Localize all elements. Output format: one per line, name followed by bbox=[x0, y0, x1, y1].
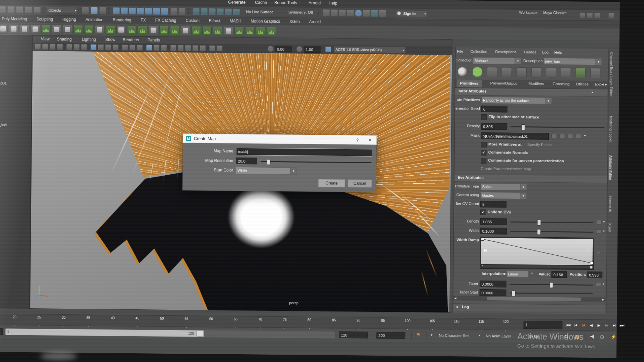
workspace-panel-icon[interactable] bbox=[594, 12, 600, 18]
map-resolution-input[interactable]: 20.0 bbox=[236, 158, 257, 165]
xray-icon[interactable] bbox=[216, 45, 222, 51]
make-live-icon[interactable] bbox=[153, 7, 160, 15]
ipr-render-icon[interactable] bbox=[338, 9, 346, 17]
xgen-menu-descriptions[interactable]: Descriptions bbox=[495, 50, 516, 54]
generator-seed-field[interactable]: 0 bbox=[481, 106, 507, 113]
redo-icon[interactable] bbox=[33, 6, 41, 14]
menu-bonus-tools[interactable]: Bonus Tools bbox=[274, 0, 297, 5]
curve-output-icon[interactable] bbox=[208, 8, 216, 15]
outliner-item-new-hair[interactable]: w_hair bbox=[0, 123, 7, 127]
select-by-component-icon[interactable] bbox=[99, 7, 106, 14]
more-primitives-checkbox[interactable] bbox=[481, 142, 487, 147]
xgen-menu-collection[interactable]: Collection bbox=[470, 50, 487, 54]
slider-handle[interactable] bbox=[267, 159, 270, 165]
tab-grooming[interactable]: Grooming bbox=[553, 82, 570, 86]
collection-dropdown[interactable]: Mohawk ▼ bbox=[473, 57, 521, 64]
shelf-icon[interactable] bbox=[202, 26, 212, 35]
character-set-field[interactable]: No Character Set bbox=[439, 334, 469, 338]
xgen-menu-file[interactable]: File bbox=[457, 49, 463, 53]
flip-checkbox[interactable] bbox=[481, 114, 487, 120]
image-plane-icon[interactable] bbox=[66, 44, 72, 50]
width-field[interactable]: 0.1000 bbox=[480, 228, 507, 235]
tab-primitives[interactable]: Primitives bbox=[457, 79, 482, 87]
snap-help-icon[interactable] bbox=[161, 8, 168, 15]
shelf-icon[interactable] bbox=[256, 26, 265, 36]
dialog-help-button[interactable]: ? bbox=[356, 137, 359, 142]
range-slider[interactable]: 1 120 bbox=[5, 328, 335, 338]
tab-attribute-editor[interactable]: Attribute Editor bbox=[608, 156, 612, 180]
viewport-menu-view[interactable]: View bbox=[41, 37, 50, 41]
scrollbar-thumb[interactable] bbox=[487, 297, 581, 301]
lights-icon[interactable] bbox=[170, 45, 176, 51]
menu-generate[interactable]: Generate bbox=[228, 0, 246, 5]
value-field[interactable]: 0.158 bbox=[551, 271, 567, 278]
shelf-icon[interactable] bbox=[41, 24, 51, 34]
primitive-type-dropdown[interactable]: Spline ▼ bbox=[481, 183, 527, 190]
shelf-icon[interactable] bbox=[73, 25, 83, 34]
screen-ao-icon[interactable] bbox=[185, 45, 191, 51]
shelf-icon[interactable] bbox=[20, 24, 29, 34]
playback-end-field[interactable]: 120 bbox=[339, 331, 368, 339]
shaded-icon[interactable] bbox=[153, 45, 159, 51]
chevron-down-icon[interactable]: ▼ bbox=[603, 220, 605, 223]
character-set-menu-icon[interactable]: ▾ bbox=[431, 333, 432, 337]
render-settings-icon[interactable] bbox=[346, 9, 354, 17]
shelf-icon[interactable] bbox=[84, 25, 94, 34]
tab-scroll-right-icon[interactable]: ▶ bbox=[605, 83, 607, 86]
create-button[interactable]: Create bbox=[318, 179, 345, 187]
primitive-section-header[interactable]: tive Attributes bbox=[454, 175, 607, 183]
shelf-icon[interactable] bbox=[213, 26, 222, 36]
render-current-icon[interactable] bbox=[330, 9, 338, 17]
shelf-icon[interactable] bbox=[31, 24, 40, 34]
safe-title-icon[interactable] bbox=[137, 45, 143, 51]
shelf-icon[interactable] bbox=[127, 25, 137, 35]
slider-handle[interactable] bbox=[521, 124, 525, 130]
exposure-icon[interactable] bbox=[267, 46, 273, 52]
chevron-down-icon[interactable]: ▼ bbox=[515, 58, 521, 64]
chevron-down-icon[interactable]: ▼ bbox=[520, 193, 526, 199]
snap-grid-icon[interactable] bbox=[112, 7, 120, 14]
generate-primitives-dropdown[interactable]: Randomly across the surface ▼ bbox=[481, 97, 552, 104]
shelf-tab-motion-graphics[interactable]: Motion Graphics bbox=[246, 19, 285, 24]
taper-slider[interactable] bbox=[510, 284, 593, 286]
history-toggle-icon[interactable] bbox=[224, 8, 232, 16]
shelf-tab-arnold[interactable]: Arnold bbox=[305, 19, 326, 24]
bookmark-view-icon[interactable] bbox=[57, 44, 63, 50]
description-visibility-icon[interactable] bbox=[458, 67, 468, 77]
play-button[interactable]: ▶ bbox=[595, 321, 602, 329]
anim-layer-field[interactable]: No Anim Layer bbox=[486, 334, 511, 338]
shelf-icon[interactable] bbox=[224, 26, 233, 36]
map-resolution-slider[interactable] bbox=[261, 161, 371, 163]
time-code-icon[interactable]: ◷ bbox=[600, 334, 604, 339]
selection-mask-dropdown[interactable]: Objects ▾ bbox=[47, 7, 78, 14]
shelf-tab-bifrost[interactable]: Bifrost bbox=[204, 18, 225, 23]
expression-icon[interactable] bbox=[596, 220, 602, 224]
2d-pan-icon[interactable] bbox=[73, 44, 79, 50]
export-patches-icon[interactable] bbox=[502, 67, 512, 77]
add-description-icon[interactable] bbox=[487, 67, 497, 77]
expression-icon[interactable] bbox=[596, 229, 601, 234]
shelf-icon[interactable] bbox=[106, 25, 115, 35]
cv-count-field[interactable]: 5 bbox=[480, 201, 506, 208]
sculpt-guides-icon[interactable] bbox=[590, 68, 600, 78]
shadows-icon[interactable] bbox=[177, 45, 183, 51]
tab-expressions-cut[interactable]: Exp bbox=[595, 82, 601, 86]
compensate-uneven-checkbox[interactable] bbox=[481, 158, 486, 164]
move-guides-icon[interactable] bbox=[576, 68, 586, 78]
outliner-item-head01[interactable]: ead01 bbox=[0, 81, 7, 85]
tab-preview-output[interactable]: Preview/Output bbox=[490, 81, 517, 85]
ramp-position-handle[interactable] bbox=[590, 266, 592, 268]
horizontal-scrollbar[interactable]: ◀ ▶ bbox=[453, 296, 605, 302]
isolate-select-icon[interactable] bbox=[209, 45, 215, 51]
construction-history-icon[interactable] bbox=[192, 8, 200, 15]
chevron-down-icon[interactable]: ▼ bbox=[520, 184, 527, 190]
shelf-icon[interactable] bbox=[192, 26, 201, 35]
pause-icon[interactable] bbox=[379, 10, 386, 17]
step-forward-button[interactable]: ▶| bbox=[611, 322, 618, 329]
shelf-icon[interactable] bbox=[116, 25, 126, 35]
expression-icon[interactable] bbox=[596, 282, 601, 287]
playback-range-bar[interactable]: 1 120 bbox=[5, 328, 204, 337]
ramp-point-start[interactable] bbox=[481, 238, 484, 241]
paint-map-icon[interactable] bbox=[551, 134, 557, 138]
save-scene-icon[interactable] bbox=[16, 6, 23, 14]
